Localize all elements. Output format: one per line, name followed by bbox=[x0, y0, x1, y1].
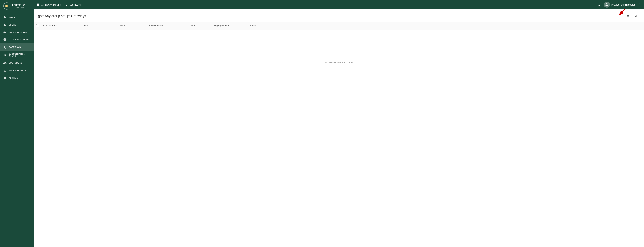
fullscreen-button[interactable] bbox=[596, 2, 602, 8]
user-info[interactable]: Provider administrator bbox=[604, 2, 635, 8]
breadcrumb-gateways-label: Gateways bbox=[70, 3, 82, 6]
sidebar-item-gateways[interactable]: GATEWAYS bbox=[0, 44, 34, 51]
group-work-icon bbox=[3, 38, 7, 42]
brand-subtitle: communications bbox=[12, 7, 27, 9]
sidebar-item-subscription-plans[interactable]: SUBSCRIPTION PLANS bbox=[0, 51, 34, 59]
breadcrumb-gateway-groups[interactable]: Gateway groups bbox=[36, 3, 61, 6]
sidebar-label-gateways: GATEWAYS bbox=[8, 46, 21, 48]
breadcrumb-gateways[interactable]: Gateways bbox=[66, 3, 82, 6]
svg-line-2 bbox=[622, 9, 634, 12]
home-icon bbox=[3, 16, 7, 19]
brand-name: TEKTELIC bbox=[12, 4, 27, 7]
search-button[interactable] bbox=[633, 13, 640, 20]
breadcrumb: Gateway groups > Gateways bbox=[36, 3, 82, 6]
sidebar-item-home[interactable]: HOME bbox=[0, 14, 34, 21]
table-container: Created Time ↓ Name GW-ID Gateway model … bbox=[34, 22, 644, 95]
content-area: gateway group setup: Gateways + bbox=[34, 9, 644, 247]
topbar-left: Gateway groups > Gateways bbox=[36, 3, 82, 6]
sidebar-label-home: HOME bbox=[8, 16, 15, 19]
device-hub-icon bbox=[3, 45, 7, 49]
router-icon bbox=[3, 31, 7, 34]
sidebar-label-customers: CUSTOMERS bbox=[8, 62, 22, 64]
col-label-gateway-model: Gateway model bbox=[148, 25, 163, 27]
col-header-name[interactable]: Name bbox=[83, 24, 116, 28]
sidebar-label-users: USERS bbox=[8, 24, 16, 26]
sort-icon-created-time: ↓ bbox=[58, 25, 58, 27]
col-header-created-time[interactable]: Created Time ↓ bbox=[42, 24, 83, 28]
topbar: Gateway groups > Gateways Provider admin… bbox=[34, 0, 644, 9]
col-label-status: Status bbox=[250, 25, 256, 27]
upload-button[interactable] bbox=[624, 13, 631, 20]
more-options-button[interactable]: ⋮ bbox=[637, 3, 641, 7]
empty-state: NO GATEWAYS FOUND bbox=[34, 30, 644, 95]
col-label-logging-enabled: Logging enabled bbox=[213, 25, 230, 27]
person-icon bbox=[3, 23, 7, 27]
page-header: gateway group setup: Gateways + bbox=[34, 9, 644, 22]
empty-message: NO GATEWAYS FOUND bbox=[324, 61, 353, 64]
people-icon bbox=[3, 61, 7, 65]
col-header-public[interactable]: Public bbox=[187, 24, 211, 28]
page-title: gateway group setup: Gateways bbox=[38, 14, 86, 18]
assignment-icon bbox=[3, 53, 7, 57]
page-actions: + bbox=[616, 13, 640, 20]
list-alt-icon bbox=[3, 69, 7, 72]
select-all-checkbox[interactable] bbox=[36, 24, 39, 27]
col-header-gateway-model[interactable]: Gateway model bbox=[146, 24, 187, 28]
topbar-right: Provider administrator ⋮ bbox=[596, 2, 641, 8]
sidebar-item-gateway-logs[interactable]: GATEWAY LOGS bbox=[0, 67, 34, 74]
username: Provider administrator bbox=[612, 3, 635, 6]
upload-icon bbox=[626, 14, 630, 18]
fullscreen-icon bbox=[597, 3, 600, 7]
sidebar-label-alarms: ALARMS bbox=[8, 77, 18, 79]
nav: HOME USERS GATEWAY MODELS GATEWAY GROUPS bbox=[0, 12, 34, 82]
main: Gateway groups > Gateways Provider admin… bbox=[34, 0, 644, 247]
col-label-gw-id: GW-ID bbox=[118, 25, 124, 27]
col-label-name: Name bbox=[84, 25, 90, 27]
avatar bbox=[604, 2, 610, 8]
sidebar-item-gateway-models[interactable]: GATEWAY MODELS bbox=[0, 29, 34, 36]
table-header: Created Time ↓ Name GW-ID Gateway model … bbox=[34, 22, 644, 30]
col-label-created-time: Created Time bbox=[43, 25, 57, 27]
col-label-public: Public bbox=[189, 25, 195, 27]
sidebar-item-gateway-groups[interactable]: GATEWAY GROUPS bbox=[0, 36, 34, 44]
logo: TEKTELIC communications bbox=[0, 0, 34, 12]
breadcrumb-gateway-groups-label: Gateway groups bbox=[41, 3, 61, 6]
breadcrumb-separator: > bbox=[62, 3, 64, 6]
sidebar-label-gateway-logs: GATEWAY LOGS bbox=[8, 69, 26, 72]
sidebar-label-subscription-plans: SUBSCRIPTION PLANS bbox=[8, 53, 30, 57]
col-header-status[interactable]: Status bbox=[249, 24, 271, 28]
select-all-checkbox-cell[interactable] bbox=[34, 24, 42, 28]
device-hub-breadcrumb-icon bbox=[66, 3, 69, 6]
add-gateway-button[interactable]: + bbox=[616, 13, 623, 20]
sidebar-label-gateway-groups: GATEWAY GROUPS bbox=[8, 39, 29, 41]
col-header-logging-enabled[interactable]: Logging enabled bbox=[211, 24, 249, 28]
sidebar-label-gateway-models: GATEWAY MODELS bbox=[8, 31, 29, 33]
logo-icon bbox=[3, 2, 10, 10]
col-header-gw-id[interactable]: GW-ID bbox=[116, 24, 146, 28]
sidebar: TEKTELIC communications HOME USERS GATEW… bbox=[0, 0, 34, 247]
notifications-icon bbox=[3, 76, 7, 80]
sidebar-item-alarms[interactable]: ALARMS bbox=[0, 74, 34, 82]
search-icon bbox=[634, 14, 638, 18]
sidebar-item-customers[interactable]: CUSTOMERS bbox=[0, 59, 34, 67]
group-work-breadcrumb-icon bbox=[36, 3, 40, 6]
sidebar-item-users[interactable]: USERS bbox=[0, 21, 34, 29]
